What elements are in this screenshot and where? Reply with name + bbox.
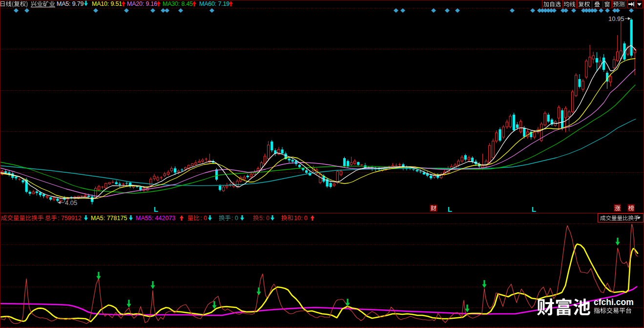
svg-text:L: L: [154, 205, 158, 213]
svg-text:MA20: 9.16: MA20: 9.16: [127, 0, 157, 7]
svg-text:MA55: 442073: MA55: 442073: [136, 215, 175, 222]
svg-text:4.05: 4.05: [65, 199, 77, 206]
svg-text:MA10: 9.51: MA10: 9.51: [92, 0, 122, 7]
svg-text:5: 0: 5: 0: [259, 215, 270, 222]
svg-text:: 0: : 0: [200, 215, 207, 222]
svg-text:10.95: 10.95: [608, 15, 624, 22]
svg-text:L: L: [448, 205, 452, 213]
svg-text:MA5: 778175: MA5: 778175: [91, 215, 127, 222]
svg-text:: 759912: : 759912: [58, 215, 82, 222]
svg-text:cfchi.com: cfchi.com: [594, 297, 634, 307]
svg-text:10: 0: 10: 0: [294, 215, 308, 222]
svg-text:MA5: 9.79: MA5: 9.79: [57, 0, 83, 7]
svg-text:L: L: [532, 205, 536, 213]
svg-text:: 0: : 0: [231, 215, 238, 222]
svg-text:MA30: 8.45: MA30: 8.45: [163, 0, 193, 7]
svg-text:MA60: 7.19: MA60: 7.19: [199, 0, 229, 7]
